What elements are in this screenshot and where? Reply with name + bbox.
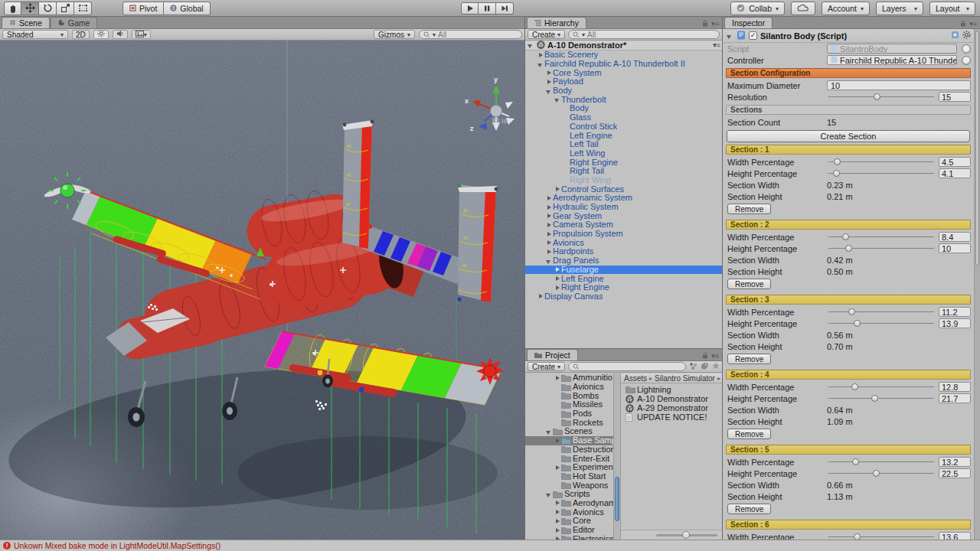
cloud-button[interactable]	[791, 2, 815, 15]
width-percentage-input[interactable]: 12.8	[939, 382, 971, 392]
hierarchy-item[interactable]: Payload	[525, 77, 722, 86]
project-folder-row[interactable]: Core	[525, 517, 613, 526]
slider-thumb[interactable]	[874, 93, 880, 100]
foldout-arrow[interactable]	[545, 204, 553, 211]
width-percentage-slider[interactable]	[827, 307, 936, 317]
height-percentage-slider[interactable]	[827, 393, 936, 403]
hierarchy-item[interactable]: Right Tail	[525, 167, 722, 176]
project-folder-row[interactable]: Base Sample	[525, 436, 613, 445]
foldout-arrow[interactable]	[554, 266, 561, 273]
resolution-slider[interactable]	[827, 92, 936, 102]
hierarchy-item[interactable]: Fairchild Republic A-10 Thunderbolt II	[525, 60, 722, 69]
foldout-arrow[interactable]	[726, 32, 733, 40]
project-folder-row[interactable]: Avionics	[525, 383, 613, 392]
foldout-arrow[interactable]	[545, 428, 553, 435]
scale-tool-button[interactable]	[57, 2, 74, 15]
project-folder-row[interactable]: Electronics	[525, 534, 613, 540]
controller-object-field[interactable]: Fairchild Republic A-10 Thunderbolt II (…	[827, 55, 957, 65]
project-folder-row[interactable]: Missiles	[525, 400, 613, 409]
hierarchy-item[interactable]: Body	[525, 104, 722, 113]
hierarchy-item[interactable]: Glass	[525, 113, 722, 122]
foldout-arrow[interactable]	[554, 508, 561, 516]
foldout-arrow[interactable]	[545, 491, 553, 498]
layers-dropdown[interactable]: Layers▾	[876, 2, 923, 15]
scene-canvas[interactable]: AC AC AC AC AC AC	[0, 41, 524, 540]
height-percentage-slider[interactable]	[827, 318, 936, 328]
project-file-row[interactable]: A-29 Demonstrator	[621, 403, 722, 412]
height-percentage-input[interactable]: 4.1	[939, 168, 971, 178]
thumbnail-size-slider[interactable]	[656, 534, 717, 536]
hierarchy-item[interactable]: Basic Scenery	[525, 51, 722, 60]
tab-inspector[interactable]: Inspector	[724, 17, 773, 28]
project-tree-scrollbar[interactable]	[614, 373, 621, 540]
project-folder-row[interactable]: Rockets	[525, 418, 613, 427]
presets-icon[interactable]	[951, 31, 959, 41]
gear-icon[interactable]	[962, 31, 971, 41]
slider-thumb[interactable]	[854, 320, 861, 327]
search-by-type-icon[interactable]	[689, 362, 697, 371]
hierarchy-create-button[interactable]: Create▾	[528, 30, 565, 39]
tab-project[interactable]: Project	[527, 349, 578, 360]
hierarchy-item[interactable]: Gear System	[525, 211, 722, 220]
project-folder-row[interactable]: Bombs	[525, 391, 613, 400]
foldout-arrow[interactable]	[537, 60, 544, 68]
slider-thumb[interactable]	[852, 458, 859, 465]
hierarchy-item[interactable]: Right Engine	[525, 158, 722, 167]
shading-mode-dropdown[interactable]: Shaded▾	[2, 30, 68, 39]
collab-button[interactable]: Collab▾	[730, 2, 785, 15]
foldout-arrow[interactable]	[554, 527, 561, 534]
foldout-arrow[interactable]	[554, 374, 561, 382]
hierarchy-item[interactable]: Avionics	[525, 238, 722, 247]
scrollbar-thumb[interactable]	[975, 31, 979, 266]
project-file-row[interactable]: Lightning	[621, 385, 722, 394]
foldout-arrow[interactable]	[554, 437, 561, 445]
hierarchy-item[interactable]: Right Engine	[525, 283, 722, 292]
foldout-arrow[interactable]	[545, 248, 553, 256]
remove-section-button[interactable]: Remove	[727, 279, 771, 289]
hierarchy-item[interactable]: Left Engine	[525, 131, 722, 140]
project-folder-row[interactable]: Aerodynamic	[525, 499, 613, 508]
hierarchy-item[interactable]: Display Canvas	[525, 292, 722, 302]
foldout-arrow[interactable]	[554, 517, 561, 525]
slider-thumb[interactable]	[833, 170, 840, 177]
height-percentage-input[interactable]: 22.5	[939, 468, 971, 478]
foldout-arrow[interactable]	[545, 212, 553, 220]
lighting-toggle[interactable]	[93, 30, 109, 39]
width-percentage-input[interactable]: 4.5	[939, 157, 971, 167]
projection-toggle[interactable]: Iso	[492, 117, 511, 125]
project-folder-row[interactable]: Scenes	[525, 427, 613, 436]
project-folder-row[interactable]: Weapons	[525, 481, 613, 490]
2d-toggle[interactable]: 2D	[72, 30, 90, 39]
height-percentage-slider[interactable]	[827, 168, 936, 178]
resolution-input[interactable]: 15	[939, 92, 971, 102]
create-section-button[interactable]: Create Section	[727, 130, 970, 142]
hierarchy-item[interactable]: Hardpoints	[525, 247, 722, 256]
project-folder-row[interactable]: Avionics	[525, 507, 613, 517]
object-picker-icon[interactable]	[962, 56, 971, 65]
foldout-arrow[interactable]	[545, 230, 553, 238]
project-search-input[interactable]	[568, 362, 686, 371]
slider-thumb[interactable]	[842, 233, 849, 240]
project-folder-row[interactable]: Hot Start	[525, 472, 613, 481]
rotate-tool-button[interactable]	[39, 2, 57, 15]
tab-hierarchy[interactable]: Hierarchy	[527, 17, 586, 28]
remove-section-button[interactable]: Remove	[727, 504, 771, 514]
breadcrumb[interactable]: Assets▸Silantro Simulator▸Fixe	[621, 373, 722, 383]
project-file-row[interactable]: A-10 Demonstrator	[621, 394, 722, 403]
foldout-arrow[interactable]	[527, 41, 534, 49]
slider-thumb[interactable]	[834, 158, 841, 165]
hierarchy-item[interactable]: Fuselarge	[525, 266, 722, 275]
width-percentage-slider[interactable]	[827, 157, 936, 167]
favorites-star-icon[interactable]	[712, 362, 720, 371]
project-create-button[interactable]: Create▾	[528, 362, 565, 371]
remove-section-button[interactable]: Remove	[727, 429, 771, 439]
tab-scene[interactable]: Scene	[2, 17, 50, 28]
width-percentage-slider[interactable]	[827, 457, 936, 467]
status-bar[interactable]: ! Unkown Mixed bake mode in LightModeUti…	[0, 540, 980, 551]
gizmos-dropdown[interactable]: Gizmos▾	[374, 30, 415, 39]
foldout-arrow[interactable]	[545, 194, 553, 202]
height-percentage-input[interactable]: 21.7	[939, 393, 971, 403]
slider-thumb[interactable]	[871, 395, 878, 402]
width-percentage-slider[interactable]	[827, 232, 936, 242]
play-button[interactable]	[461, 2, 479, 15]
